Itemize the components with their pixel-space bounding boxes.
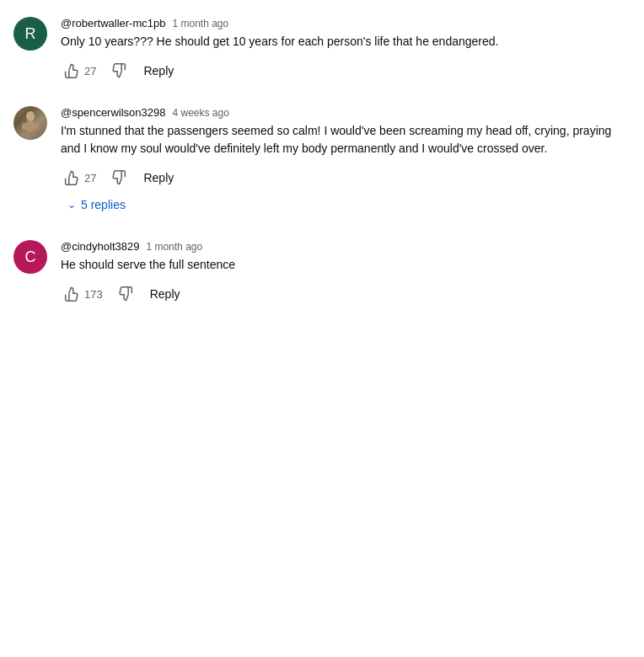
dislike-button-spencer[interactable]	[106, 166, 130, 190]
comment-content-spencer: @spencerwilson3298 4 weeks ago I'm stunn…	[61, 106, 631, 216]
like-count-cindy: 173	[84, 288, 103, 301]
like-count-spencer: 27	[84, 172, 96, 184]
comment-header-robert: @robertwaller-mc1pb 1 month ago	[61, 17, 631, 29]
thumbs-up-icon-cindy	[64, 286, 81, 302]
comment-spencer: @spencerwilson3298 4 weeks ago I'm stunn…	[13, 106, 631, 216]
like-button-cindy[interactable]: 173	[61, 282, 106, 306]
reply-button-spencer[interactable]: Reply	[137, 168, 180, 188]
avatar-robert: R	[13, 17, 47, 51]
svg-rect-4	[27, 131, 30, 136]
svg-rect-5	[31, 131, 34, 136]
comment-text-robert: Only 10 years??? He should get 10 years …	[61, 33, 631, 51]
svg-rect-3	[35, 123, 39, 130]
reply-button-cindy[interactable]: Reply	[143, 284, 187, 304]
timestamp-spencer: 4 weeks ago	[173, 107, 229, 119]
avatar-cindy: C	[13, 240, 47, 274]
dislike-button-cindy[interactable]	[113, 282, 137, 306]
thumbs-up-icon-spencer	[64, 169, 81, 186]
thumbs-up-icon	[64, 62, 81, 79]
username-robert: @robertwaller-mc1pb	[61, 17, 165, 29]
username-cindy: @cindyholt3829	[61, 240, 139, 253]
comment-content-robert: @robertwaller-mc1pb 1 month ago Only 10 …	[61, 17, 631, 83]
comment-text-spencer: I'm stunned that the passengers seemed s…	[61, 122, 631, 158]
like-button-spencer[interactable]: 27	[61, 166, 99, 190]
avatar-spencer	[13, 106, 47, 140]
timestamp-cindy: 1 month ago	[146, 241, 202, 253]
reply-button-robert[interactable]: Reply	[137, 61, 180, 81]
comment-header-spencer: @spencerwilson3298 4 weeks ago	[61, 106, 631, 119]
comment-content-cindy: @cindyholt3829 1 month ago He should ser…	[61, 240, 631, 306]
replies-toggle-spencer[interactable]: ⌄ 5 replies	[61, 193, 132, 216]
dislike-button-robert[interactable]	[106, 59, 130, 83]
statue-svg-icon	[15, 108, 46, 138]
like-count-robert: 27	[84, 65, 96, 77]
username-spencer: @spencerwilson3298	[61, 106, 166, 119]
svg-rect-2	[22, 123, 26, 130]
svg-rect-1	[26, 121, 35, 131]
comment-header-cindy: @cindyholt3829 1 month ago	[61, 240, 631, 253]
thumbs-down-icon-cindy	[116, 286, 133, 302]
actions-cindy: 173 Reply	[61, 282, 631, 306]
actions-spencer: 27 Reply	[61, 166, 631, 190]
thumbs-down-icon	[110, 62, 126, 79]
comment-robert: R @robertwaller-mc1pb 1 month ago Only 1…	[13, 17, 631, 83]
timestamp-robert: 1 month ago	[172, 18, 228, 29]
svg-point-0	[26, 111, 35, 121]
chevron-down-icon: ⌄	[67, 199, 76, 211]
actions-robert: 27 Reply	[61, 59, 631, 83]
like-button-robert[interactable]: 27	[61, 59, 99, 83]
comment-text-cindy: He should serve the full sentence	[61, 256, 631, 274]
replies-count-spencer: 5 replies	[81, 198, 126, 211]
comment-cindy: C @cindyholt3829 1 month ago He should s…	[13, 240, 631, 306]
thumbs-down-icon-spencer	[110, 169, 126, 186]
